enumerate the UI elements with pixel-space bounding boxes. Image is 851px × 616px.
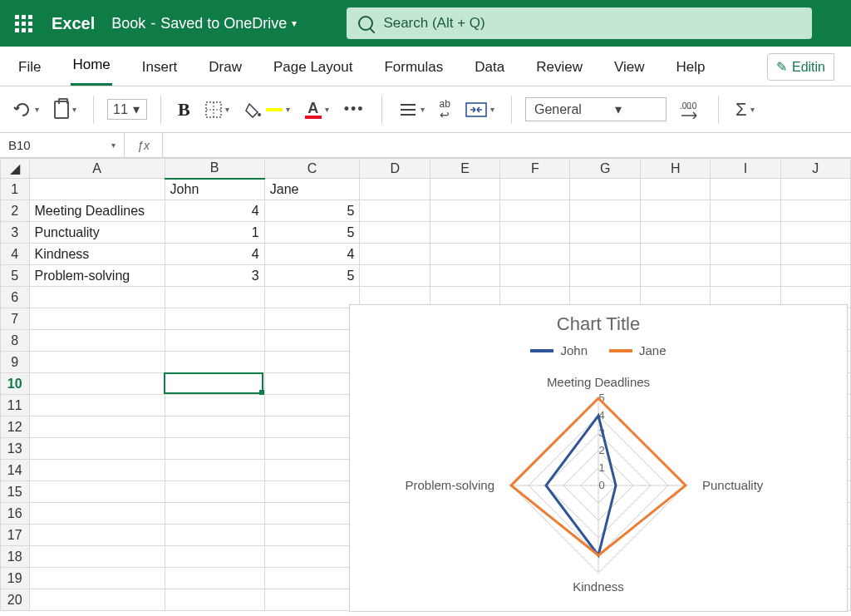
tab-page-layout[interactable]: Page Layout	[272, 51, 354, 86]
cell-I1[interactable]	[711, 179, 780, 200]
row-header-19[interactable]: 19	[1, 568, 30, 589]
undo-button[interactable]: ▾	[10, 98, 42, 121]
cell-C12[interactable]	[264, 416, 360, 438]
cell-C20[interactable]	[264, 589, 360, 611]
row-header-7[interactable]: 7	[1, 308, 30, 330]
cell-I2[interactable]	[711, 200, 780, 222]
cell-A14[interactable]	[29, 460, 165, 481]
search-box[interactable]: Search (Alt + Q)	[347, 7, 812, 39]
col-header-G[interactable]: G	[570, 159, 641, 179]
col-header-J[interactable]: J	[780, 159, 850, 179]
cell-C14[interactable]	[264, 460, 360, 481]
cell-B16[interactable]	[165, 503, 264, 525]
cell-B7[interactable]	[165, 308, 264, 330]
row-header-11[interactable]: 11	[1, 395, 30, 416]
cell-G2[interactable]	[570, 200, 641, 222]
cell-E5[interactable]	[430, 265, 499, 287]
embedded-chart[interactable]: Chart Title John Jane 012345Meeting Dead…	[349, 304, 848, 612]
cell-C16[interactable]	[264, 503, 360, 525]
cell-C19[interactable]	[264, 568, 360, 589]
cell-G4[interactable]	[570, 244, 641, 265]
wrap-text-button[interactable]: ab↩	[436, 96, 454, 124]
cell-D5[interactable]	[360, 265, 430, 287]
col-header-B[interactable]: B	[165, 159, 264, 179]
cell-A18[interactable]	[29, 546, 165, 568]
cell-H5[interactable]	[640, 265, 710, 287]
cell-B4[interactable]: 4	[165, 244, 264, 265]
cell-A2[interactable]: Meeting Deadlines	[29, 200, 165, 222]
row-header-12[interactable]: 12	[1, 416, 30, 438]
cell-C6[interactable]	[264, 287, 360, 308]
tab-draw[interactable]: Draw	[207, 51, 243, 86]
cell-F1[interactable]	[500, 179, 570, 200]
row-header-16[interactable]: 16	[1, 503, 30, 525]
cell-E1[interactable]	[430, 179, 499, 200]
row-header-18[interactable]: 18	[1, 546, 30, 568]
row-header-10[interactable]: 10	[1, 373, 30, 395]
cell-A12[interactable]	[29, 416, 165, 438]
cell-J5[interactable]	[780, 265, 850, 287]
col-header-C[interactable]: C	[264, 159, 360, 179]
cell-A20[interactable]	[29, 589, 165, 611]
cell-C18[interactable]	[264, 546, 360, 568]
row-header-2[interactable]: 2	[1, 200, 30, 222]
cell-H3[interactable]	[640, 222, 710, 244]
cell-B5[interactable]: 3	[165, 265, 264, 287]
cell-F3[interactable]	[500, 222, 570, 244]
cell-E4[interactable]	[430, 244, 499, 265]
cell-D4[interactable]	[360, 244, 430, 265]
cell-I4[interactable]	[711, 244, 780, 265]
row-header-17[interactable]: 17	[1, 525, 30, 546]
cell-A9[interactable]	[29, 352, 165, 373]
cell-H4[interactable]	[640, 244, 710, 265]
cell-B10[interactable]	[165, 373, 264, 395]
cell-C3[interactable]: 5	[264, 222, 360, 244]
cell-A13[interactable]	[29, 438, 165, 460]
cell-H2[interactable]	[640, 200, 710, 222]
col-header-I[interactable]: I	[711, 159, 780, 179]
cell-F4[interactable]	[500, 244, 570, 265]
cell-J2[interactable]	[780, 200, 850, 222]
formula-input[interactable]	[163, 133, 851, 157]
cell-C4[interactable]: 4	[264, 244, 360, 265]
cell-C9[interactable]	[264, 352, 360, 373]
merge-button[interactable]: ▾	[462, 99, 498, 121]
cell-B15[interactable]	[165, 481, 264, 503]
tab-home[interactable]: Home	[71, 48, 111, 86]
cell-A15[interactable]	[29, 481, 165, 503]
cell-B17[interactable]	[165, 525, 264, 546]
cell-B2[interactable]: 4	[165, 200, 264, 222]
cell-F2[interactable]	[500, 200, 570, 222]
borders-button[interactable]: ▾	[202, 98, 233, 121]
cell-A19[interactable]	[29, 568, 165, 589]
tab-file[interactable]: File	[17, 51, 42, 86]
row-header-5[interactable]: 5	[1, 265, 30, 287]
cell-B20[interactable]	[165, 589, 264, 611]
fill-color-button[interactable]: ▾	[241, 97, 293, 122]
cell-G3[interactable]	[570, 222, 641, 244]
col-header-H[interactable]: H	[640, 159, 710, 179]
cell-B9[interactable]	[165, 352, 264, 373]
cell-D1[interactable]	[360, 179, 430, 200]
col-header-E[interactable]: E	[430, 159, 499, 179]
cell-A6[interactable]	[29, 287, 165, 308]
cell-G5[interactable]	[570, 265, 641, 287]
paste-button[interactable]: ▾	[51, 97, 80, 122]
cell-C15[interactable]	[264, 481, 360, 503]
cell-I5[interactable]	[711, 265, 780, 287]
more-formatting-button[interactable]: •••	[341, 97, 368, 121]
tab-insert[interactable]: Insert	[140, 51, 180, 86]
row-header-9[interactable]: 9	[1, 352, 30, 373]
cell-C17[interactable]	[264, 525, 360, 546]
cell-A4[interactable]: Kindness	[29, 244, 165, 265]
cell-C8[interactable]	[264, 330, 360, 352]
number-format-selector[interactable]: General ▾	[525, 97, 667, 121]
decimal-button[interactable]: .00.0	[675, 97, 705, 122]
cell-A16[interactable]	[29, 503, 165, 525]
tab-review[interactable]: Review	[534, 51, 584, 86]
autosum-button[interactable]: Σ ▾	[732, 96, 758, 124]
cell-C13[interactable]	[264, 438, 360, 460]
cell-C5[interactable]: 5	[264, 265, 360, 287]
cell-C10[interactable]	[264, 373, 360, 395]
row-header-20[interactable]: 20	[1, 589, 30, 611]
